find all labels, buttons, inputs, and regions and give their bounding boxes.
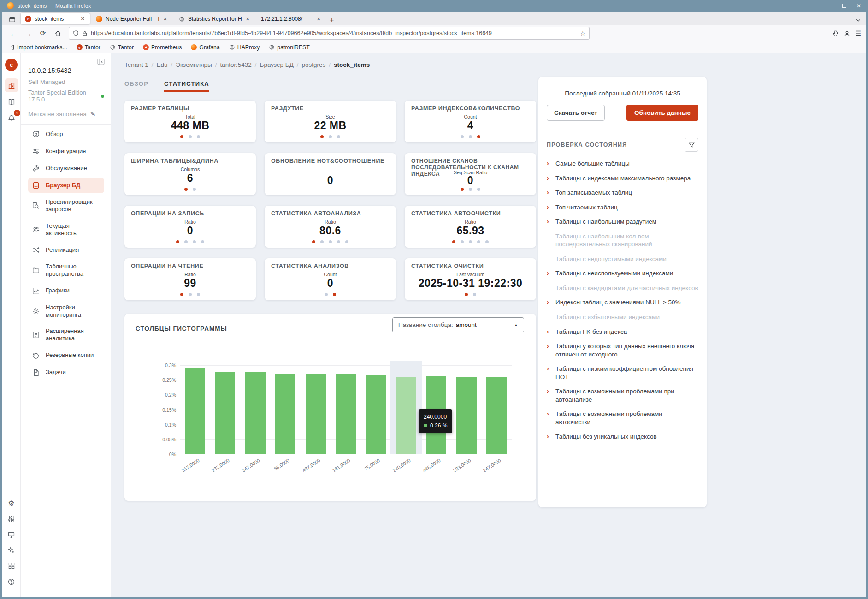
health-check-item[interactable]: ›Таблицы с наибольшим раздутием <box>547 214 698 229</box>
carousel-dot[interactable] <box>189 135 192 138</box>
sidebar-item-charts[interactable]: Графики <box>28 283 104 299</box>
carousel-dot[interactable] <box>197 135 200 138</box>
home-button[interactable] <box>51 27 64 39</box>
sidebar-item-config[interactable]: Конфигурация <box>28 143 104 159</box>
health-check-item[interactable]: ›Таблицы с возможными проблемами автоочи… <box>547 407 698 429</box>
bookmark-item[interactable]: Tantor <box>110 44 134 51</box>
carousel-dot[interactable] <box>469 240 472 243</box>
breadcrumb-segment[interactable]: Edu <box>157 61 168 68</box>
health-check-item[interactable]: ›Таблицы с низким коэффициентом обновлен… <box>547 362 698 384</box>
carousel-dot[interactable] <box>184 240 188 243</box>
carousel-dot[interactable] <box>184 188 188 191</box>
breadcrumb-segment[interactable]: Браузер БД <box>260 61 294 68</box>
health-check-item[interactable]: ›Таблицы у которых тип данных внешнего к… <box>547 339 698 362</box>
tab-close-icon[interactable]: ✕ <box>162 16 168 22</box>
breadcrumb-segment[interactable]: Tenant 1 <box>124 61 148 68</box>
carousel-dot[interactable] <box>477 240 480 243</box>
help-icon[interactable] <box>5 575 18 588</box>
breadcrumb-segment[interactable]: stock_items <box>334 61 370 68</box>
reload-button[interactable]: ⟳ <box>36 27 49 39</box>
carousel-dot[interactable] <box>345 240 348 243</box>
sidebar-item-replication[interactable]: Репликация <box>28 242 104 258</box>
carousel-dot[interactable] <box>337 135 340 138</box>
sidebar-item-db-browser[interactable]: Браузер БД <box>28 178 104 193</box>
carousel-dot[interactable] <box>469 135 472 138</box>
collapse-sidebar-icon[interactable] <box>97 58 105 66</box>
firefox-view-icon[interactable] <box>6 14 18 25</box>
health-check-item[interactable]: ›Самые большие таблицы <box>547 156 698 171</box>
health-check-item[interactable]: ›Таблицы с неиспользуемыми индексами <box>547 266 698 281</box>
carousel-dot[interactable] <box>320 240 324 243</box>
carousel-dot[interactable] <box>329 240 332 243</box>
sidebar-item-profiler[interactable]: Профилировщик запросов <box>28 195 104 217</box>
carousel-dot[interactable] <box>333 293 336 296</box>
health-check-item[interactable]: ›Таблицы с недопустимыми индексами <box>547 252 698 267</box>
carousel-dot[interactable] <box>461 240 464 243</box>
tantor-logo[interactable]: e <box>5 59 18 71</box>
bookmark-item[interactable]: Import bookmarks... <box>9 44 67 51</box>
carousel-dot[interactable] <box>320 135 324 138</box>
close-button[interactable]: ✕ <box>856 3 861 9</box>
tab-overview[interactable]: ОБЗОР <box>124 80 148 92</box>
bookmark-item[interactable]: HAProxy <box>229 44 260 51</box>
browser-tab[interactable]: 172.21.1.2:8008/✕ <box>257 13 326 25</box>
minimize-button[interactable]: – <box>829 3 832 9</box>
apps-grid-icon[interactable] <box>5 559 18 573</box>
download-report-button[interactable]: Скачать отчет <box>547 105 605 121</box>
tab-statistics[interactable]: СТАТИСТИКА <box>164 80 209 92</box>
settings-gear-icon[interactable]: ⚙ <box>5 496 18 510</box>
carousel-dot[interactable] <box>465 293 468 296</box>
carousel-dot[interactable] <box>193 188 196 191</box>
tab-close-icon[interactable]: ✕ <box>245 16 251 22</box>
carousel-dot[interactable] <box>180 135 183 138</box>
health-check-item[interactable]: ›Индексы таблиц с значениями NULL > 50% <box>547 295 698 310</box>
health-check-item[interactable]: ›Таблицы с возможными проблемами при авт… <box>547 384 698 407</box>
carousel-dot[interactable] <box>201 240 204 243</box>
back-button[interactable]: ← <box>7 27 20 39</box>
breadcrumb-segment[interactable]: Экземпляры <box>176 61 212 68</box>
lock-icon[interactable] <box>82 30 88 36</box>
tab-close-icon[interactable]: ✕ <box>316 16 322 22</box>
monitor-icon[interactable] <box>5 528 18 541</box>
carousel-dot[interactable] <box>485 240 489 243</box>
carousel-dot[interactable] <box>461 135 464 138</box>
sidebar-item-tablespaces[interactable]: Табличные пространства <box>28 259 104 282</box>
sidebar-item-maintenance[interactable]: Обслуживание <box>28 160 104 176</box>
bookmark-item[interactable]: patroniREST <box>269 44 309 51</box>
breadcrumb-segment[interactable]: postgres <box>302 61 326 68</box>
health-check-item[interactable]: ›Таблицы с наибольшим кол-вом последоват… <box>547 229 698 252</box>
bookmark-item[interactable]: Prometheus <box>143 44 182 51</box>
instances-icon[interactable] <box>5 78 18 92</box>
browser-tab[interactable]: estock_items✕ <box>21 13 90 24</box>
url-bar[interactable]: https://education.tantorlabs.ru/platform… <box>69 27 590 40</box>
carousel-dot[interactable] <box>197 293 200 296</box>
sparkles-icon[interactable] <box>5 543 18 557</box>
sidebar-item-overview[interactable]: Обзор <box>28 126 104 142</box>
extensions-icon[interactable] <box>832 30 839 37</box>
bookmark-star-icon[interactable]: ☆ <box>580 30 585 37</box>
carousel-dot[interactable] <box>473 293 476 296</box>
edit-label-icon[interactable]: ✎ <box>90 110 96 118</box>
health-check-item[interactable]: ›Таблицы с индексами максимального разме… <box>547 171 698 186</box>
bookmark-item[interactable]: eTantor <box>77 44 100 51</box>
carousel-dot[interactable] <box>477 188 480 191</box>
forward-button[interactable]: → <box>22 27 35 39</box>
health-check-item[interactable]: ›Топ записываемых таблиц <box>547 185 698 200</box>
sidebar-item-monitoring[interactable]: Настройки мониторинга <box>28 300 104 323</box>
health-check-item[interactable]: ›Таблицы без уникальных индексов <box>547 429 698 444</box>
new-tab-button[interactable]: + <box>326 14 338 25</box>
carousel-dot[interactable] <box>189 293 192 296</box>
column-select[interactable]: Название столбца: amount ▲ <box>392 317 524 332</box>
carousel-dot[interactable] <box>461 188 464 191</box>
sidebar-item-tasks[interactable]: Задачи <box>28 365 104 380</box>
list-all-tabs-icon[interactable] <box>856 18 861 23</box>
sidebar-item-backups[interactable]: Резервные копии <box>28 348 104 363</box>
carousel-dot[interactable] <box>329 135 332 138</box>
tab-close-icon[interactable]: ✕ <box>80 16 86 22</box>
carousel-dot[interactable] <box>477 135 480 138</box>
filter-button[interactable] <box>685 138 698 152</box>
docs-icon[interactable] <box>5 95 18 109</box>
menu-icon[interactable]: ☰ <box>855 30 861 37</box>
account-icon[interactable] <box>844 30 850 37</box>
carousel-dot[interactable] <box>180 293 183 296</box>
